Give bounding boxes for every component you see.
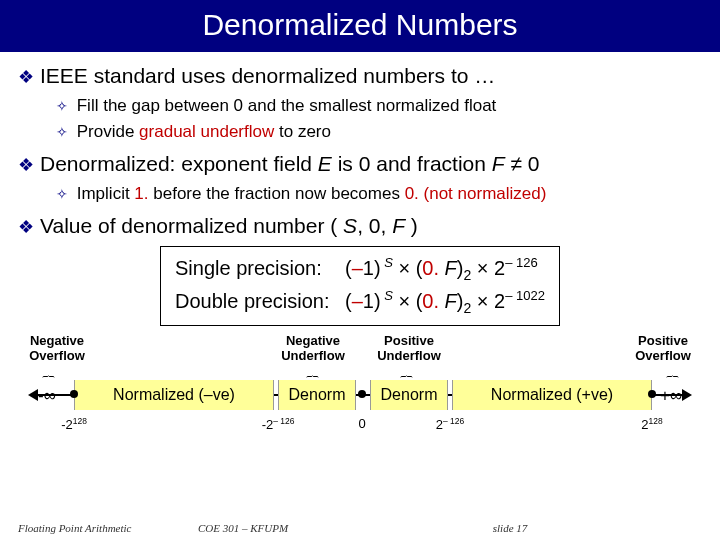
formula-single: Single precision: (–1) S × (0. F)2 × 2– … <box>175 253 545 286</box>
arrow-right-icon <box>682 389 692 401</box>
formula-double: Double precision: (–1) S × (0. F)2 × 2– … <box>175 286 545 319</box>
region-denorm-neg: Denorm <box>278 380 356 410</box>
bullet-1b-red: gradual underflow <box>139 122 274 141</box>
bullet-2a: ✧ Implicit 1. before the fraction now be… <box>56 182 702 206</box>
bullet-1b-pre: Provide <box>77 122 139 141</box>
label-pos-overflow: Positive Overflow <box>628 334 698 364</box>
formula-box: Single precision: (–1) S × (0. F)2 × 2– … <box>160 246 560 326</box>
diamond-icon: ❖ <box>18 215 34 239</box>
subdiamond-icon: ✧ <box>56 98 68 114</box>
axis-dot <box>648 390 656 398</box>
slide-title: Denormalized Numbers <box>0 0 720 52</box>
subdiamond-icon: ✧ <box>56 186 68 202</box>
formula-dp-expr: (–1) S × (0. F)2 × 2– 1022 <box>345 286 545 319</box>
slide-body: ❖ IEEE standard uses denormalized number… <box>0 52 720 444</box>
bullet-3-text: Value of denormalized number ( S, 0, F ) <box>40 212 418 240</box>
footer-slide-number: slide 17 <box>318 522 702 534</box>
bullet-2: ❖ Denormalized: exponent field E is 0 an… <box>18 150 702 178</box>
bullet-1a-text: Fill the gap between 0 and the smallest … <box>77 96 497 115</box>
region-norm-neg: Normalized (–ve) <box>74 380 274 410</box>
bullet-1-text: IEEE standard uses denormalized numbers … <box>40 62 495 90</box>
bullet-1b-post: to zero <box>274 122 331 141</box>
label-neg-overflow: Negative Overflow <box>22 334 92 364</box>
region-denorm-pos: Denorm <box>370 380 448 410</box>
label-neg-underflow: Negative Underflow <box>278 334 348 364</box>
footer-left: Floating Point Arithmetic <box>18 522 198 534</box>
axis-dot <box>358 390 366 398</box>
bullet-1b: ✧ Provide gradual underflow to zero <box>56 120 702 144</box>
formula-sp-expr: (–1) S × (0. F)2 × 2– 126 <box>345 253 538 286</box>
slide-footer: Floating Point Arithmetic COE 301 – KFUP… <box>0 522 720 534</box>
subdiamond-icon: ✧ <box>56 124 68 140</box>
brace-icon: ︷ <box>42 366 54 384</box>
tick-2-128: 2128 <box>641 416 662 432</box>
tick-zero: 0 <box>358 416 365 431</box>
tick-neg-2-m126: -2– 126 <box>262 416 295 432</box>
bullet-3: ❖ Value of denormalized number ( S, 0, F… <box>18 212 702 240</box>
diamond-icon: ❖ <box>18 65 34 89</box>
brace-icon: ︷ <box>666 366 678 384</box>
tick-2-m126: 2– 126 <box>436 416 464 432</box>
tick-neg-2-128: -2128 <box>61 416 87 432</box>
region-norm-pos: Normalized (+ve) <box>452 380 652 410</box>
diamond-icon: ❖ <box>18 153 34 177</box>
label-pos-underflow: Positive Underflow <box>374 334 444 364</box>
bullet-1a: ✧ Fill the gap between 0 and the smalles… <box>56 94 702 118</box>
bullet-1: ❖ IEEE standard uses denormalized number… <box>18 62 702 90</box>
neg-infinity: -∞ <box>38 386 56 406</box>
bullet-2-text: Denormalized: exponent field E is 0 and … <box>40 150 539 178</box>
pos-infinity: +∞ <box>660 386 682 406</box>
number-line: Negative Overflow Negative Underflow Pos… <box>26 334 694 444</box>
